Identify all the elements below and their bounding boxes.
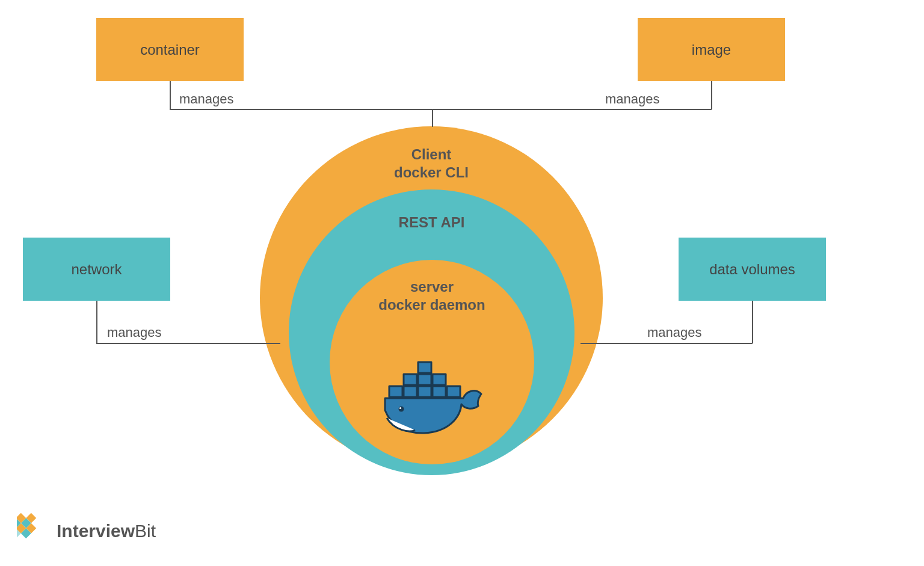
connector-line	[711, 81, 712, 109]
data-volumes-box: data volumes	[679, 238, 826, 301]
svg-rect-3	[433, 374, 446, 385]
client-label-line1: Client	[411, 146, 452, 162]
svg-point-10	[399, 407, 401, 409]
svg-rect-1	[404, 374, 417, 385]
svg-rect-5	[404, 386, 417, 397]
container-label: container	[140, 42, 200, 58]
svg-rect-0	[418, 362, 431, 373]
svg-rect-6	[418, 386, 431, 397]
network-box: network	[23, 238, 170, 301]
connector-line	[170, 81, 171, 109]
docker-whale-icon	[382, 361, 487, 444]
connector-line	[96, 343, 280, 344]
svg-rect-8	[447, 386, 460, 397]
manages-label-top-left: manages	[179, 91, 234, 107]
manages-label-bottom-left: manages	[107, 325, 162, 340]
svg-point-9	[399, 407, 404, 412]
image-box: image	[638, 18, 785, 81]
svg-rect-2	[418, 374, 431, 385]
manages-label-top-right: manages	[605, 91, 660, 107]
svg-rect-4	[389, 386, 402, 397]
server-label-line2: docker daemon	[378, 297, 485, 313]
svg-rect-7	[433, 386, 446, 397]
interviewbit-logo: InterviewBit	[17, 513, 156, 549]
connector-line	[432, 109, 433, 127]
container-box: container	[96, 18, 244, 81]
manages-label-bottom-right: manages	[647, 325, 702, 340]
client-label-line2: docker CLI	[394, 164, 469, 180]
image-label: image	[692, 42, 731, 58]
server-label-line1: server	[410, 278, 454, 295]
data-volumes-label: data volumes	[709, 261, 795, 278]
connector-line	[752, 301, 753, 343]
interviewbit-logo-icon	[17, 513, 51, 549]
interviewbit-logo-text: InterviewBit	[57, 521, 156, 541]
rest-api-label: REST API	[399, 214, 465, 230]
network-label: network	[71, 261, 122, 278]
connector-line	[170, 109, 712, 110]
connector-line	[581, 343, 753, 344]
connector-line	[96, 301, 97, 343]
